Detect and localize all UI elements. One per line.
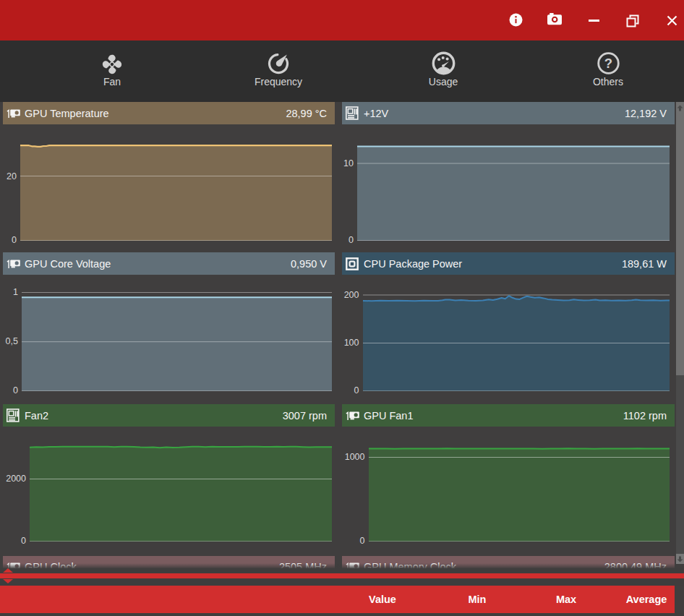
svg-text:?: ? <box>604 56 612 71</box>
